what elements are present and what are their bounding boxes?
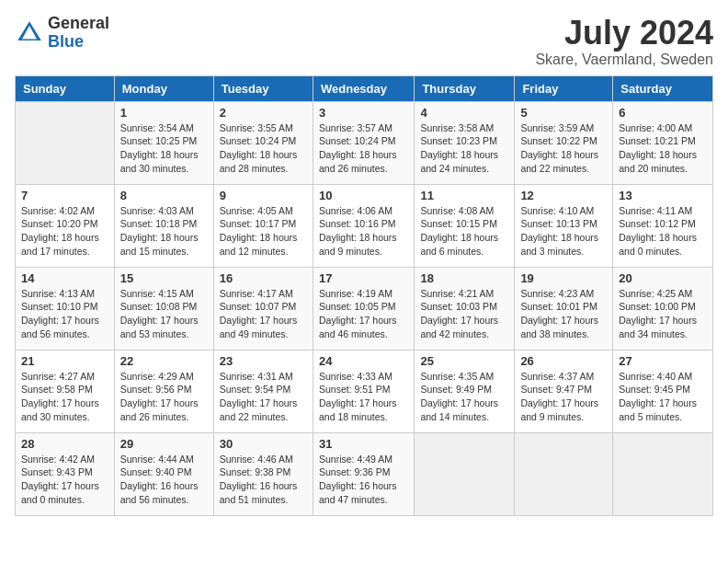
logo-general: General <box>48 15 109 33</box>
day-cell: 5Sunrise: 3:59 AM Sunset: 10:22 PM Dayli… <box>515 101 613 184</box>
day-info: Sunrise: 4:37 AM Sunset: 9:47 PM Dayligh… <box>520 370 607 424</box>
day-info: Sunrise: 4:49 AM Sunset: 9:36 PM Dayligh… <box>319 453 408 507</box>
day-number: 17 <box>319 271 408 285</box>
day-info: Sunrise: 4:08 AM Sunset: 10:15 PM Daylig… <box>420 204 508 259</box>
day-info: Sunrise: 4:03 AM Sunset: 10:18 PM Daylig… <box>120 204 208 259</box>
week-row-2: 7Sunrise: 4:02 AM Sunset: 10:20 PM Dayli… <box>16 184 713 267</box>
day-info: Sunrise: 4:05 AM Sunset: 10:17 PM Daylig… <box>220 204 307 259</box>
logo: General Blue <box>15 15 109 52</box>
day-cell <box>515 432 613 515</box>
day-info: Sunrise: 4:35 AM Sunset: 9:49 PM Dayligh… <box>420 370 508 424</box>
day-info: Sunrise: 4:19 AM Sunset: 10:05 PM Daylig… <box>319 287 408 341</box>
day-cell: 11Sunrise: 4:08 AM Sunset: 10:15 PM Dayl… <box>415 184 515 267</box>
logo-icon <box>15 18 44 48</box>
day-cell: 18Sunrise: 4:21 AM Sunset: 10:03 PM Dayl… <box>415 267 515 350</box>
day-cell: 8Sunrise: 4:03 AM Sunset: 10:18 PM Dayli… <box>114 184 213 267</box>
day-number: 6 <box>619 106 707 120</box>
day-cell: 21Sunrise: 4:27 AM Sunset: 9:58 PM Dayli… <box>16 350 115 432</box>
day-cell <box>415 432 515 515</box>
day-cell: 1Sunrise: 3:54 AM Sunset: 10:25 PM Dayli… <box>114 101 213 184</box>
day-cell: 6Sunrise: 4:00 AM Sunset: 10:21 PM Dayli… <box>613 101 713 184</box>
day-info: Sunrise: 3:57 AM Sunset: 10:24 PM Daylig… <box>319 121 408 176</box>
day-cell: 3Sunrise: 3:57 AM Sunset: 10:24 PM Dayli… <box>313 101 414 184</box>
day-info: Sunrise: 4:00 AM Sunset: 10:21 PM Daylig… <box>619 121 707 176</box>
day-number: 29 <box>120 437 208 451</box>
column-header-sunday: Sunday <box>16 75 115 101</box>
day-number: 24 <box>319 354 408 368</box>
page-header: General Blue July 2024 Skare, Vaermland,… <box>15 15 713 68</box>
day-info: Sunrise: 4:23 AM Sunset: 10:01 PM Daylig… <box>520 287 607 341</box>
day-info: Sunrise: 3:59 AM Sunset: 10:22 PM Daylig… <box>520 121 607 176</box>
column-header-friday: Friday <box>515 75 613 101</box>
day-number: 25 <box>420 354 508 368</box>
day-cell <box>613 432 713 515</box>
day-number: 3 <box>319 106 408 120</box>
logo-text: General Blue <box>48 15 109 52</box>
day-number: 11 <box>420 189 508 202</box>
column-header-monday: Monday <box>114 75 213 101</box>
column-header-tuesday: Tuesday <box>213 75 313 101</box>
day-number: 20 <box>619 271 707 285</box>
day-info: Sunrise: 4:10 AM Sunset: 10:13 PM Daylig… <box>520 204 607 259</box>
day-cell: 10Sunrise: 4:06 AM Sunset: 10:16 PM Dayl… <box>313 184 414 267</box>
day-cell: 15Sunrise: 4:15 AM Sunset: 10:08 PM Dayl… <box>114 267 213 350</box>
column-header-saturday: Saturday <box>613 75 713 101</box>
logo-blue: Blue <box>48 33 109 52</box>
day-info: Sunrise: 4:15 AM Sunset: 10:08 PM Daylig… <box>120 287 208 341</box>
day-info: Sunrise: 4:21 AM Sunset: 10:03 PM Daylig… <box>420 287 508 341</box>
day-cell: 19Sunrise: 4:23 AM Sunset: 10:01 PM Dayl… <box>515 267 613 350</box>
day-cell: 14Sunrise: 4:13 AM Sunset: 10:10 PM Dayl… <box>16 267 115 350</box>
day-cell: 9Sunrise: 4:05 AM Sunset: 10:17 PM Dayli… <box>213 184 313 267</box>
day-cell: 22Sunrise: 4:29 AM Sunset: 9:56 PM Dayli… <box>114 350 213 432</box>
day-number: 4 <box>420 106 508 120</box>
calendar-header-row: SundayMondayTuesdayWednesdayThursdayFrid… <box>16 75 713 101</box>
day-info: Sunrise: 4:11 AM Sunset: 10:12 PM Daylig… <box>619 204 707 259</box>
day-number: 5 <box>520 106 607 120</box>
day-info: Sunrise: 3:54 AM Sunset: 10:25 PM Daylig… <box>120 121 208 176</box>
day-cell: 16Sunrise: 4:17 AM Sunset: 10:07 PM Dayl… <box>213 267 313 350</box>
day-info: Sunrise: 3:55 AM Sunset: 10:24 PM Daylig… <box>220 121 307 176</box>
week-row-5: 28Sunrise: 4:42 AM Sunset: 9:43 PM Dayli… <box>16 432 713 515</box>
day-cell: 2Sunrise: 3:55 AM Sunset: 10:24 PM Dayli… <box>213 101 313 184</box>
day-number: 12 <box>520 189 607 202</box>
day-info: Sunrise: 4:44 AM Sunset: 9:40 PM Dayligh… <box>120 453 208 507</box>
day-info: Sunrise: 4:02 AM Sunset: 10:20 PM Daylig… <box>21 204 108 259</box>
day-cell: 26Sunrise: 4:37 AM Sunset: 9:47 PM Dayli… <box>515 350 613 432</box>
day-info: Sunrise: 4:13 AM Sunset: 10:10 PM Daylig… <box>21 287 108 341</box>
week-row-3: 14Sunrise: 4:13 AM Sunset: 10:10 PM Dayl… <box>16 267 713 350</box>
month-year-title: July 2024 <box>535 15 713 52</box>
day-info: Sunrise: 4:17 AM Sunset: 10:07 PM Daylig… <box>220 287 307 341</box>
day-info: Sunrise: 4:31 AM Sunset: 9:54 PM Dayligh… <box>220 370 307 424</box>
day-number: 16 <box>220 271 307 285</box>
day-cell: 24Sunrise: 4:33 AM Sunset: 9:51 PM Dayli… <box>313 350 414 432</box>
day-number: 1 <box>120 106 208 120</box>
day-info: Sunrise: 3:58 AM Sunset: 10:23 PM Daylig… <box>420 121 508 176</box>
day-number: 19 <box>520 271 607 285</box>
day-cell: 23Sunrise: 4:31 AM Sunset: 9:54 PM Dayli… <box>213 350 313 432</box>
day-info: Sunrise: 4:42 AM Sunset: 9:43 PM Dayligh… <box>21 453 108 507</box>
day-info: Sunrise: 4:25 AM Sunset: 10:00 PM Daylig… <box>619 287 707 341</box>
day-number: 27 <box>619 354 707 368</box>
day-cell: 13Sunrise: 4:11 AM Sunset: 10:12 PM Dayl… <box>613 184 713 267</box>
week-row-1: 1Sunrise: 3:54 AM Sunset: 10:25 PM Dayli… <box>16 101 713 184</box>
day-number: 14 <box>21 271 108 285</box>
day-info: Sunrise: 4:27 AM Sunset: 9:58 PM Dayligh… <box>21 370 108 424</box>
column-header-wednesday: Wednesday <box>313 75 414 101</box>
day-number: 31 <box>319 437 408 451</box>
day-cell <box>16 101 115 184</box>
day-cell: 12Sunrise: 4:10 AM Sunset: 10:13 PM Dayl… <box>515 184 613 267</box>
day-number: 21 <box>21 354 108 368</box>
day-cell: 27Sunrise: 4:40 AM Sunset: 9:45 PM Dayli… <box>613 350 713 432</box>
column-header-thursday: Thursday <box>415 75 515 101</box>
day-cell: 29Sunrise: 4:44 AM Sunset: 9:40 PM Dayli… <box>114 432 213 515</box>
day-number: 8 <box>120 189 208 202</box>
day-cell: 20Sunrise: 4:25 AM Sunset: 10:00 PM Dayl… <box>613 267 713 350</box>
day-cell: 31Sunrise: 4:49 AM Sunset: 9:36 PM Dayli… <box>313 432 414 515</box>
day-number: 2 <box>220 106 307 120</box>
day-number: 15 <box>120 271 208 285</box>
day-number: 23 <box>220 354 307 368</box>
day-number: 26 <box>520 354 607 368</box>
day-cell: 25Sunrise: 4:35 AM Sunset: 9:49 PM Dayli… <box>415 350 515 432</box>
day-cell: 7Sunrise: 4:02 AM Sunset: 10:20 PM Dayli… <box>16 184 115 267</box>
day-cell: 17Sunrise: 4:19 AM Sunset: 10:05 PM Dayl… <box>313 267 414 350</box>
